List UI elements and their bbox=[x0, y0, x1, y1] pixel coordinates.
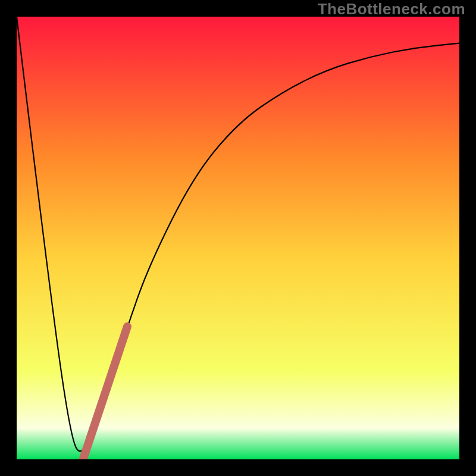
gradient-background bbox=[17, 17, 459, 459]
chart-frame: TheBottleneck.com bbox=[0, 0, 476, 476]
chart-plot-area bbox=[17, 17, 459, 459]
watermark-label: TheBottleneck.com bbox=[318, 0, 465, 18]
